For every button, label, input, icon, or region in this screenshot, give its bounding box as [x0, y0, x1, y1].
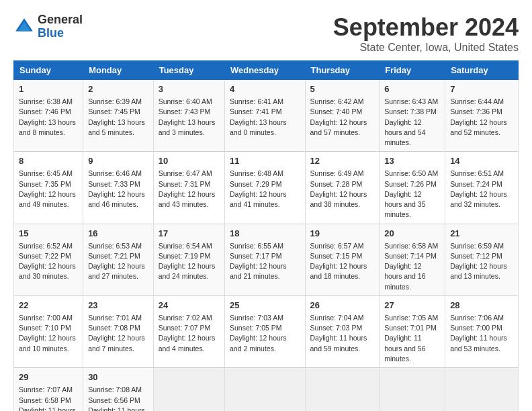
day-number: 10 — [159, 155, 220, 167]
day-content: Sunrise: 6:54 AMSunset: 7:19 PMDaylight:… — [159, 241, 220, 282]
month-title: September 2024 — [333, 13, 519, 42]
calendar-cell — [445, 368, 519, 411]
weekday-header: Sunday — [14, 61, 83, 80]
calendar-cell: 11Sunrise: 6:48 AMSunset: 7:29 PMDayligh… — [224, 152, 305, 224]
weekday-header: Thursday — [305, 61, 380, 80]
day-number: 1 — [19, 83, 78, 95]
calendar-cell: 30Sunrise: 7:08 AMSunset: 6:56 PMDayligh… — [83, 368, 154, 411]
calendar-cell: 22Sunrise: 7:00 AMSunset: 7:10 PMDayligh… — [14, 295, 83, 367]
calendar-cell: 10Sunrise: 6:47 AMSunset: 7:31 PMDayligh… — [153, 152, 224, 224]
day-number: 12 — [310, 155, 375, 167]
calendar-cell: 3Sunrise: 6:40 AMSunset: 7:43 PMDaylight… — [153, 80, 224, 152]
calendar-cell: 16Sunrise: 6:53 AMSunset: 7:21 PMDayligh… — [83, 224, 154, 295]
day-content: Sunrise: 6:55 AMSunset: 7:17 PMDaylight:… — [230, 241, 300, 282]
day-content: Sunrise: 6:44 AMSunset: 7:36 PMDaylight:… — [450, 97, 513, 138]
calendar-cell: 8Sunrise: 6:45 AMSunset: 7:35 PMDaylight… — [14, 152, 83, 224]
calendar-cell: 9Sunrise: 6:46 AMSunset: 7:33 PMDaylight… — [83, 152, 154, 224]
calendar-cell: 12Sunrise: 6:49 AMSunset: 7:28 PMDayligh… — [305, 152, 380, 224]
day-number: 25 — [230, 300, 300, 312]
day-content: Sunrise: 6:58 AMSunset: 7:14 PMDaylight:… — [384, 241, 440, 292]
day-number: 14 — [450, 155, 513, 167]
calendar-cell: 23Sunrise: 7:01 AMSunset: 7:08 PMDayligh… — [83, 295, 154, 367]
day-content: Sunrise: 7:05 AMSunset: 7:01 PMDaylight:… — [384, 313, 440, 364]
day-content: Sunrise: 6:47 AMSunset: 7:31 PMDaylight:… — [159, 169, 220, 210]
day-number: 28 — [450, 300, 513, 312]
day-number: 20 — [384, 228, 440, 240]
day-content: Sunrise: 6:38 AMSunset: 7:46 PMDaylight:… — [19, 97, 78, 138]
calendar-cell: 14Sunrise: 6:51 AMSunset: 7:24 PMDayligh… — [445, 152, 519, 224]
day-number: 24 — [159, 300, 220, 312]
calendar-week-row: 1Sunrise: 6:38 AMSunset: 7:46 PMDaylight… — [14, 80, 519, 152]
weekday-header: Friday — [380, 61, 445, 80]
day-content: Sunrise: 7:03 AMSunset: 7:05 PMDaylight:… — [230, 313, 300, 354]
day-number: 13 — [384, 155, 440, 167]
day-number: 19 — [310, 228, 375, 240]
day-number: 30 — [88, 371, 148, 383]
day-number: 21 — [450, 228, 513, 240]
weekday-header-row: SundayMondayTuesdayWednesdayThursdayFrid… — [14, 61, 519, 80]
location-subtitle: State Center, Iowa, United States — [333, 42, 519, 54]
calendar-cell: 13Sunrise: 6:50 AMSunset: 7:26 PMDayligh… — [380, 152, 445, 224]
day-number: 27 — [384, 300, 440, 312]
calendar-week-row: 22Sunrise: 7:00 AMSunset: 7:10 PMDayligh… — [14, 295, 519, 367]
day-number: 5 — [310, 83, 375, 95]
day-content: Sunrise: 6:48 AMSunset: 7:29 PMDaylight:… — [230, 169, 300, 210]
calendar-cell: 17Sunrise: 6:54 AMSunset: 7:19 PMDayligh… — [153, 224, 224, 295]
calendar-week-row: 29Sunrise: 7:07 AMSunset: 6:58 PMDayligh… — [14, 368, 519, 411]
day-content: Sunrise: 6:41 AMSunset: 7:41 PMDaylight:… — [230, 97, 300, 138]
weekday-header: Monday — [83, 61, 154, 80]
day-content: Sunrise: 6:39 AMSunset: 7:45 PMDaylight:… — [88, 97, 148, 138]
calendar-cell — [305, 368, 380, 411]
day-number: 11 — [230, 155, 300, 167]
calendar-cell: 25Sunrise: 7:03 AMSunset: 7:05 PMDayligh… — [224, 295, 305, 367]
day-content: Sunrise: 6:45 AMSunset: 7:35 PMDaylight:… — [19, 169, 78, 210]
calendar-week-row: 15Sunrise: 6:52 AMSunset: 7:22 PMDayligh… — [14, 224, 519, 295]
calendar-cell — [153, 368, 224, 411]
weekday-header: Saturday — [445, 61, 519, 80]
weekday-header: Wednesday — [224, 61, 305, 80]
calendar-cell: 19Sunrise: 6:57 AMSunset: 7:15 PMDayligh… — [305, 224, 380, 295]
day-content: Sunrise: 7:07 AMSunset: 6:58 PMDaylight:… — [19, 385, 78, 411]
calendar-cell: 21Sunrise: 6:59 AMSunset: 7:12 PMDayligh… — [445, 224, 519, 295]
calendar-cell: 20Sunrise: 6:58 AMSunset: 7:14 PMDayligh… — [380, 224, 445, 295]
calendar-cell — [380, 368, 445, 411]
page-header: General Blue September 2024 State Center… — [13, 13, 519, 54]
calendar-week-row: 8Sunrise: 6:45 AMSunset: 7:35 PMDaylight… — [14, 152, 519, 224]
day-number: 8 — [19, 155, 78, 167]
day-content: Sunrise: 7:06 AMSunset: 7:00 PMDaylight:… — [450, 313, 513, 354]
day-number: 2 — [88, 83, 148, 95]
calendar-cell: 26Sunrise: 7:04 AMSunset: 7:03 PMDayligh… — [305, 295, 380, 367]
calendar-cell: 18Sunrise: 6:55 AMSunset: 7:17 PMDayligh… — [224, 224, 305, 295]
day-content: Sunrise: 6:42 AMSunset: 7:40 PMDaylight:… — [310, 97, 375, 138]
day-content: Sunrise: 6:50 AMSunset: 7:26 PMDaylight:… — [384, 169, 440, 220]
day-content: Sunrise: 6:59 AMSunset: 7:12 PMDaylight:… — [450, 241, 513, 282]
calendar-cell: 7Sunrise: 6:44 AMSunset: 7:36 PMDaylight… — [445, 80, 519, 152]
day-number: 15 — [19, 228, 78, 240]
calendar-cell: 1Sunrise: 6:38 AMSunset: 7:46 PMDaylight… — [14, 80, 83, 152]
calendar-cell: 2Sunrise: 6:39 AMSunset: 7:45 PMDaylight… — [83, 80, 154, 152]
day-content: Sunrise: 6:43 AMSunset: 7:38 PMDaylight:… — [384, 97, 440, 148]
calendar-cell: 15Sunrise: 6:52 AMSunset: 7:22 PMDayligh… — [14, 224, 83, 295]
day-number: 26 — [310, 300, 375, 312]
day-content: Sunrise: 7:01 AMSunset: 7:08 PMDaylight:… — [88, 313, 148, 354]
day-number: 23 — [88, 300, 148, 312]
calendar-cell: 4Sunrise: 6:41 AMSunset: 7:41 PMDaylight… — [224, 80, 305, 152]
calendar-cell: 28Sunrise: 7:06 AMSunset: 7:00 PMDayligh… — [445, 295, 519, 367]
day-content: Sunrise: 6:52 AMSunset: 7:22 PMDaylight:… — [19, 241, 78, 282]
logo-icon — [13, 16, 35, 38]
day-content: Sunrise: 6:51 AMSunset: 7:24 PMDaylight:… — [450, 169, 513, 210]
day-content: Sunrise: 6:46 AMSunset: 7:33 PMDaylight:… — [88, 169, 148, 210]
title-area: September 2024 State Center, Iowa, Unite… — [333, 13, 519, 54]
logo-text: General Blue — [38, 13, 83, 40]
calendar-table: SundayMondayTuesdayWednesdayThursdayFrid… — [13, 60, 519, 411]
weekday-header: Tuesday — [153, 61, 224, 80]
day-number: 7 — [450, 83, 513, 95]
calendar-cell: 24Sunrise: 7:02 AMSunset: 7:07 PMDayligh… — [153, 295, 224, 367]
calendar-cell: 29Sunrise: 7:07 AMSunset: 6:58 PMDayligh… — [14, 368, 83, 411]
day-content: Sunrise: 7:00 AMSunset: 7:10 PMDaylight:… — [19, 313, 78, 354]
calendar-cell: 6Sunrise: 6:43 AMSunset: 7:38 PMDaylight… — [380, 80, 445, 152]
day-content: Sunrise: 6:40 AMSunset: 7:43 PMDaylight:… — [159, 97, 220, 138]
day-content: Sunrise: 7:02 AMSunset: 7:07 PMDaylight:… — [159, 313, 220, 354]
day-number: 17 — [159, 228, 220, 240]
day-number: 22 — [19, 300, 78, 312]
